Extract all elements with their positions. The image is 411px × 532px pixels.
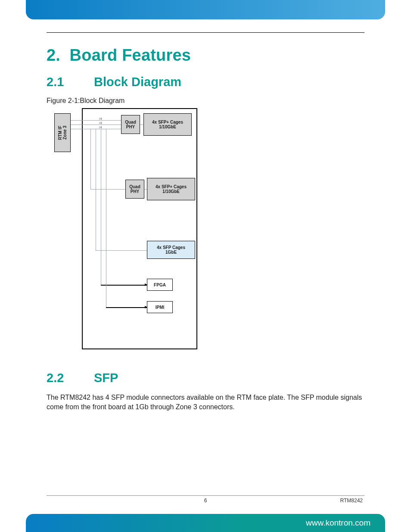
section-heading-2-1: 2.1Block Diagram	[47, 75, 364, 89]
block-quad-phy-1: Quad PHY	[121, 115, 140, 134]
label: 1/10GbE	[159, 124, 176, 129]
wire	[144, 189, 147, 190]
diagram-frame	[82, 108, 197, 349]
wire	[101, 129, 101, 285]
lane-label: /4	[99, 121, 102, 125]
header-bar	[26, 0, 385, 19]
section-heading-2-2: 2.2SFP	[47, 371, 364, 385]
page-content: 2. Board Features 2.1Block Diagram Figur…	[47, 32, 364, 489]
label: 4x SFP+ Cages	[152, 120, 183, 124]
section-title: SFP	[94, 371, 118, 385]
section-2-2: 2.2SFP The RTM8242 has 4 SFP module conn…	[47, 371, 364, 411]
label: 1/10GbE	[162, 189, 180, 194]
chapter-title: Board Features	[70, 46, 191, 64]
block-sfp-cages-1gbe: 4x SFP Cages 1GbE	[147, 241, 195, 259]
wire	[106, 129, 106, 307]
wire-arrow	[101, 285, 147, 286]
block-sfp-plus-cages-1: 4x SFP+ Cages 1/10GbE	[143, 113, 192, 136]
sfp-paragraph: The RTM8242 has 4 SFP module connectors …	[47, 393, 364, 411]
lane-label: /4	[99, 117, 102, 121]
footer-url: www.kontron.com	[306, 518, 371, 528]
section-number: 2.2	[47, 371, 94, 385]
block-diagram: RTM IF Zone 3 Quad PHY 4x SFP+ Cages 1/1…	[54, 107, 201, 352]
wire	[140, 124, 143, 125]
block-rtm-if-zone3: RTM IF Zone 3	[54, 113, 71, 152]
block-sfp-plus-cages-2: 4x SFP+ Cages 1/10GbE	[147, 178, 195, 200]
wire	[96, 129, 96, 250]
wire	[71, 120, 121, 121]
wire	[71, 124, 121, 125]
section-title: Block Diagram	[94, 75, 181, 89]
label: 4x SFP+ Cages	[156, 184, 187, 189]
chapter-heading: 2. Board Features	[47, 46, 364, 65]
wire	[96, 250, 147, 251]
wire-arrow	[106, 307, 147, 308]
block-quad-phy-2: Quad PHY	[125, 180, 144, 199]
doc-id: RTM8242	[340, 498, 363, 504]
chapter-number: 2.	[47, 46, 60, 64]
block-fpga: FPGA	[147, 279, 173, 291]
footer-bar: www.kontron.com	[26, 514, 385, 532]
section-number: 2.1	[47, 75, 94, 89]
label: 1GbE	[165, 250, 177, 255]
block-ipmi: IPMI	[147, 301, 173, 313]
bottom-rule	[47, 495, 364, 496]
wire	[90, 129, 91, 189]
label: 4x SFP Cages	[157, 245, 185, 250]
figure-caption: Figure 2-1:Block Diagram	[47, 97, 364, 105]
